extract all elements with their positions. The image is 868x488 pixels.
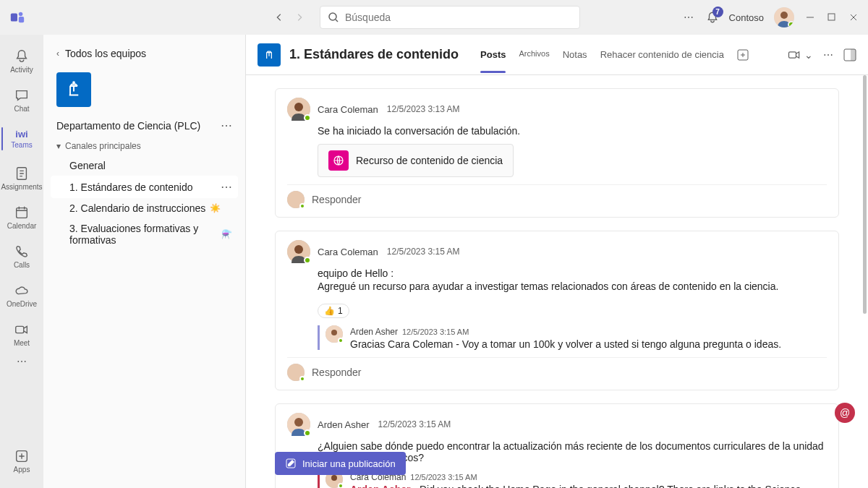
- compose-bar: Iniciar una publicación: [275, 452, 406, 475]
- channel-calendar[interactable]: 2. Calendario de instrucciones☀️: [51, 198, 238, 218]
- svg-rect-15: [851, 49, 856, 61]
- more-icon[interactable]: ⋯: [681, 10, 696, 25]
- search-icon: [328, 12, 339, 23]
- svg-point-3: [329, 13, 336, 20]
- open-pane-button[interactable]: [843, 48, 856, 61]
- caret-down-icon: ▾: [56, 141, 61, 151]
- close-button[interactable]: [848, 12, 859, 23]
- phone-icon: [14, 244, 30, 260]
- tab-files[interactable]: Archivos: [519, 38, 549, 72]
- channel-icon: [258, 43, 281, 67]
- user-avatar[interactable]: [774, 7, 794, 27]
- svg-rect-9: [16, 326, 24, 333]
- back-arrow-icon[interactable]: [271, 9, 288, 26]
- tab-posts[interactable]: Posts: [480, 38, 506, 72]
- channels-section[interactable]: ▾ Canales principales: [51, 137, 238, 155]
- message-card: Arden Asher 12/5/2023 3:15 AM ¿Alguien s…: [275, 403, 839, 488]
- presence-available-icon: [788, 21, 794, 27]
- attachment-card[interactable]: Recurso de contenido de ciencia: [318, 144, 514, 177]
- header-more-icon[interactable]: ⋯: [823, 49, 833, 61]
- calendar-icon: [14, 205, 30, 221]
- mention[interactable]: Arden Asher: [350, 484, 411, 488]
- rail-assignments[interactable]: Assignments: [1, 159, 42, 197]
- mention-indicator[interactable]: @: [835, 403, 855, 423]
- avatar[interactable]: [287, 413, 310, 436]
- thread-reply: Arden Asher 12/5/2023 3:15 AM Gracias Ca…: [318, 325, 827, 350]
- forward-arrow-icon[interactable]: [291, 9, 308, 26]
- svg-point-21: [294, 245, 303, 254]
- author: Cara Coleman: [318, 247, 378, 257]
- svg-point-28: [331, 475, 337, 481]
- scrollbar-thumb[interactable]: [863, 75, 867, 314]
- message-body: equipo de Hello :: [318, 267, 827, 279]
- compose-icon: [285, 458, 297, 469]
- scrollbar[interactable]: [862, 75, 868, 488]
- cloud-icon: [14, 283, 30, 299]
- reply-row[interactable]: Responder: [287, 357, 827, 381]
- search-field[interactable]: [345, 12, 572, 23]
- team-more-icon[interactable]: ⋯: [221, 119, 232, 132]
- svg-rect-13: [789, 51, 796, 57]
- meet-button[interactable]: ⌄: [787, 48, 813, 62]
- reply-row[interactable]: Responder: [287, 184, 827, 208]
- tab-redo-content[interactable]: Rehacer contenido de ciencia: [600, 38, 724, 72]
- new-post-button[interactable]: Iniciar una publicación: [275, 452, 406, 475]
- video-icon: [787, 48, 801, 62]
- org-name: Contoso: [729, 12, 764, 23]
- minimize-button[interactable]: [804, 12, 816, 23]
- rail-activity[interactable]: Activity: [1, 42, 42, 80]
- avatar[interactable]: [287, 240, 310, 263]
- author: Arden Asher: [318, 419, 370, 430]
- titlebar-right: ⋯ 7 Contoso: [681, 7, 859, 27]
- team-header[interactable]: Departamento de Ciencia (PLC) ⋯: [51, 114, 238, 137]
- message-body: Se ha iniciado la conversación de tabula…: [318, 125, 827, 137]
- nav-arrows: [271, 9, 308, 26]
- channel-title: 1. Estándares de contenido: [289, 47, 459, 62]
- search-input[interactable]: [320, 6, 580, 29]
- back-to-teams[interactable]: ‹ Todos los equipos: [51, 45, 238, 62]
- reaction-thumbs-up[interactable]: 👍1: [318, 304, 349, 318]
- svg-point-11: [72, 81, 75, 84]
- svg-point-1: [19, 12, 23, 17]
- svg-rect-6: [828, 14, 835, 20]
- presence-icon: [304, 114, 311, 121]
- svg-point-23: [331, 330, 337, 335]
- rail-more[interactable]: ⋯: [17, 356, 27, 367]
- message-card: Cara Coleman 12/5/2023 3:15 AM equipo de…: [275, 231, 839, 390]
- add-tab-button[interactable]: [737, 38, 749, 72]
- notifications-button[interactable]: 7: [706, 11, 719, 24]
- timestamp: 12/5/2023 3:13 AM: [387, 104, 460, 114]
- channel-standards[interactable]: 1. Estándares de contenido ⋯: [51, 176, 238, 198]
- svg-point-17: [294, 103, 303, 111]
- globe-icon: [328, 150, 349, 171]
- avatar[interactable]: [326, 325, 343, 343]
- chevron-left-icon: ‹: [56, 48, 59, 59]
- teams-logo-icon: [9, 9, 26, 26]
- apps-icon: [14, 448, 30, 464]
- rail-meet[interactable]: Meet: [1, 315, 42, 353]
- channel-tabs: Posts Archivos Notas Rehacer contenido d…: [480, 38, 749, 72]
- channel-more-icon[interactable]: ⋯: [221, 180, 232, 194]
- channel-evaluations[interactable]: 3. Evaluaciones formativas y formativas⚗…: [51, 218, 238, 250]
- rail-apps[interactable]: Apps: [1, 442, 42, 479]
- rail-chat[interactable]: Chat: [1, 81, 42, 119]
- message-body: Agregué un recurso para ayudar a investi…: [318, 281, 827, 292]
- channel-header: 1. Estándares de contenido Posts Archivo…: [246, 35, 868, 75]
- timestamp: 12/5/2023 3:15 AM: [387, 247, 460, 257]
- rail-onedrive[interactable]: OneDrive: [1, 276, 42, 314]
- sun-emoji-icon: ☀️: [210, 203, 221, 213]
- bell-icon: [14, 48, 30, 64]
- header-actions: ⌄ ⋯: [787, 48, 856, 62]
- avatar[interactable]: [287, 98, 310, 121]
- rail-calendar[interactable]: Calendar: [1, 198, 42, 236]
- tab-notes[interactable]: Notas: [563, 38, 587, 72]
- svg-rect-2: [19, 17, 24, 22]
- maximize-button[interactable]: [826, 12, 838, 23]
- rail-calls[interactable]: Calls: [1, 237, 42, 275]
- thumbs-up-icon: 👍: [324, 306, 335, 316]
- avatar: [287, 364, 305, 381]
- channel-general[interactable]: General: [51, 155, 238, 176]
- author: Cara Coleman: [318, 104, 378, 115]
- rail-teams[interactable]: iwi Teams: [1, 120, 42, 158]
- timestamp: 12/5/2023 3:15 AM: [378, 419, 451, 429]
